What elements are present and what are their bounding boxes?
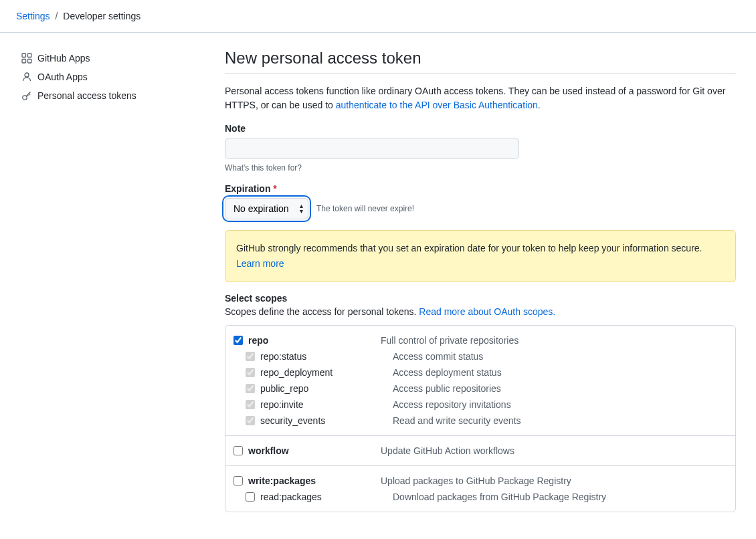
- scope-checkbox-security-events: [246, 416, 255, 425]
- scopes-list: repoFull control of private repositories…: [225, 325, 736, 512]
- scope-row: repoFull control of private repositories: [233, 332, 727, 348]
- scopes-section: Select scopes Scopes define the access f…: [225, 293, 736, 512]
- scope-row: repo:inviteAccess repository invitations: [233, 397, 727, 413]
- scope-name: security_events: [260, 415, 325, 426]
- warning-learn-more-link[interactable]: Learn more: [236, 257, 725, 271]
- expiration-warning: GitHub strongly recommends that you set …: [225, 230, 736, 282]
- scope-name: repo:status: [260, 351, 306, 362]
- svg-rect-2: [22, 60, 26, 64]
- sidebar-item-oauth-apps[interactable]: OAuth Apps: [16, 68, 214, 86]
- page-title: New personal access token: [225, 49, 736, 74]
- scope-description: Access public repositories: [393, 383, 501, 394]
- scopes-label: Select scopes: [225, 293, 736, 304]
- scope-description: Upload packages to GitHub Package Regist…: [381, 475, 571, 486]
- expiration-label-text: Expiration: [225, 183, 270, 194]
- scope-row: repo_deploymentAccess deployment status: [233, 364, 727, 381]
- svg-rect-1: [28, 53, 32, 58]
- note-group: Note What's this token for?: [225, 123, 736, 173]
- scope-checkbox-public-repo: [246, 384, 255, 393]
- expiration-select[interactable]: No expiration: [225, 198, 308, 219]
- scope-group-repo: repoFull control of private repositories…: [225, 326, 735, 436]
- scope-group-write-packages: write:packagesUpload packages to GitHub …: [225, 466, 735, 512]
- scope-row: public_repoAccess public repositories: [233, 381, 727, 397]
- sidebar: GitHub Apps OAuth Apps Personal access t…: [16, 49, 214, 523]
- breadcrumb: Settings / Developer settings: [0, 0, 756, 33]
- breadcrumb-settings-link[interactable]: Settings: [16, 11, 50, 21]
- note-input[interactable]: [225, 138, 519, 159]
- scope-description: Update GitHub Action workflows: [381, 445, 514, 456]
- scope-name: repo:invite: [260, 399, 304, 410]
- scope-checkbox-repo-deployment: [246, 368, 255, 377]
- note-hint: What's this token for?: [225, 163, 736, 173]
- scope-name: public_repo: [260, 383, 308, 394]
- scope-row: workflowUpdate GitHub Action workflows: [233, 443, 727, 459]
- svg-point-5: [23, 96, 27, 100]
- svg-rect-0: [22, 53, 26, 58]
- scope-checkbox-write-packages[interactable]: [233, 476, 243, 486]
- scope-row: repo:statusAccess commit status: [233, 348, 727, 364]
- scope-name: workflow: [248, 445, 289, 456]
- intro-link[interactable]: authenticate to the API over Basic Authe…: [336, 100, 538, 110]
- person-icon: [21, 72, 32, 82]
- sidebar-item-label: Personal access tokens: [37, 90, 136, 101]
- scope-checkbox-repo-status: [246, 352, 255, 361]
- intro-paragraph: Personal access tokens function like ord…: [225, 84, 736, 112]
- key-icon: [21, 90, 32, 101]
- scope-description: Access commit status: [393, 351, 483, 362]
- scope-checkbox-workflow[interactable]: [233, 446, 243, 455]
- scope-description: Download packages from GitHub Package Re…: [393, 492, 606, 502]
- intro-text-after: .: [538, 100, 541, 110]
- scope-name: write:packages: [248, 475, 316, 486]
- sidebar-item-label: OAuth Apps: [37, 72, 88, 82]
- scopes-description: Scopes define the access for personal to…: [225, 306, 736, 317]
- warning-text: GitHub strongly recommends that you set …: [236, 243, 702, 253]
- required-asterisk: *: [273, 183, 276, 194]
- breadcrumb-separator: /: [55, 11, 58, 21]
- scope-row: write:packagesUpload packages to GitHub …: [233, 473, 727, 489]
- main-content: New personal access token Personal acces…: [214, 49, 736, 523]
- sidebar-item-personal-access-tokens[interactable]: Personal access tokens: [16, 86, 214, 105]
- expiration-hint: The token will never expire!: [316, 204, 414, 213]
- apps-icon: [21, 53, 32, 64]
- svg-rect-3: [28, 60, 32, 64]
- sidebar-item-label: GitHub Apps: [37, 53, 90, 64]
- scope-checkbox-repo-invite: [246, 400, 255, 409]
- scope-name: repo: [248, 335, 268, 346]
- expiration-label: Expiration *: [225, 183, 736, 194]
- svg-point-4: [25, 73, 29, 77]
- scope-row: read:packagesDownload packages from GitH…: [233, 489, 727, 505]
- scope-checkbox-read-packages[interactable]: [246, 492, 255, 502]
- scope-checkbox-repo[interactable]: [233, 336, 243, 345]
- breadcrumb-current: Developer settings: [63, 11, 140, 21]
- scope-description: Access deployment status: [393, 367, 502, 378]
- scope-row: security_eventsRead and write security e…: [233, 413, 727, 429]
- scope-name: read:packages: [260, 492, 322, 502]
- scopes-learn-more-link[interactable]: Read more about OAuth scopes.: [419, 306, 555, 317]
- scope-description: Full control of private repositories: [381, 335, 518, 346]
- scope-name: repo_deployment: [260, 367, 333, 378]
- scope-group-workflow: workflowUpdate GitHub Action workflows: [225, 436, 735, 466]
- note-label: Note: [225, 123, 736, 134]
- scopes-desc-text: Scopes define the access for personal to…: [225, 306, 419, 317]
- expiration-group: Expiration * No expiration ▴▾ The token …: [225, 183, 736, 219]
- sidebar-item-github-apps[interactable]: GitHub Apps: [16, 49, 214, 68]
- scope-description: Read and write security events: [393, 415, 521, 426]
- scope-description: Access repository invitations: [393, 399, 511, 410]
